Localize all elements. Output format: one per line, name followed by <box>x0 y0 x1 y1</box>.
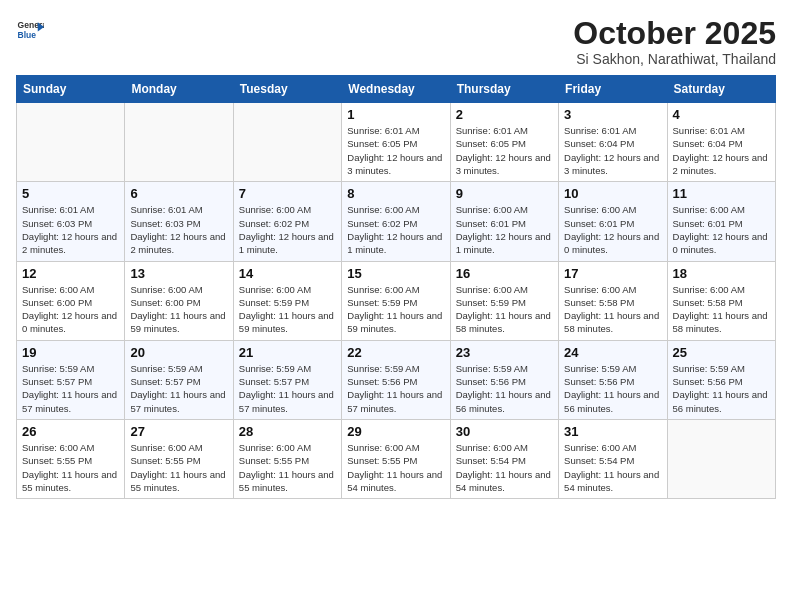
day-info: Sunrise: 6:00 AM Sunset: 5:58 PM Dayligh… <box>564 283 661 336</box>
day-number: 27 <box>130 424 227 439</box>
calendar-cell: 4Sunrise: 6:01 AM Sunset: 6:04 PM Daylig… <box>667 103 775 182</box>
day-info: Sunrise: 6:00 AM Sunset: 6:01 PM Dayligh… <box>564 203 661 256</box>
day-number: 20 <box>130 345 227 360</box>
day-info: Sunrise: 6:01 AM Sunset: 6:04 PM Dayligh… <box>673 124 770 177</box>
day-info: Sunrise: 5:59 AM Sunset: 5:57 PM Dayligh… <box>22 362 119 415</box>
calendar-cell <box>125 103 233 182</box>
calendar-cell: 30Sunrise: 6:00 AM Sunset: 5:54 PM Dayli… <box>450 419 558 498</box>
day-number: 11 <box>673 186 770 201</box>
calendar-cell: 23Sunrise: 5:59 AM Sunset: 5:56 PM Dayli… <box>450 340 558 419</box>
day-info: Sunrise: 5:59 AM Sunset: 5:56 PM Dayligh… <box>673 362 770 415</box>
day-number: 30 <box>456 424 553 439</box>
day-info: Sunrise: 6:00 AM Sunset: 5:54 PM Dayligh… <box>564 441 661 494</box>
day-number: 7 <box>239 186 336 201</box>
logo-icon: General Blue <box>16 16 44 44</box>
weekday-header-row: SundayMondayTuesdayWednesdayThursdayFrid… <box>17 76 776 103</box>
calendar-cell: 8Sunrise: 6:00 AM Sunset: 6:02 PM Daylig… <box>342 182 450 261</box>
calendar-cell: 3Sunrise: 6:01 AM Sunset: 6:04 PM Daylig… <box>559 103 667 182</box>
day-number: 4 <box>673 107 770 122</box>
page-header: General Blue October 2025 Si Sakhon, Nar… <box>16 16 776 67</box>
svg-text:Blue: Blue <box>18 30 37 40</box>
calendar-cell: 5Sunrise: 6:01 AM Sunset: 6:03 PM Daylig… <box>17 182 125 261</box>
month-title: October 2025 <box>573 16 776 51</box>
day-number: 13 <box>130 266 227 281</box>
calendar-cell: 14Sunrise: 6:00 AM Sunset: 5:59 PM Dayli… <box>233 261 341 340</box>
day-info: Sunrise: 6:00 AM Sunset: 5:55 PM Dayligh… <box>347 441 444 494</box>
day-info: Sunrise: 6:00 AM Sunset: 5:55 PM Dayligh… <box>239 441 336 494</box>
calendar-cell <box>233 103 341 182</box>
day-number: 28 <box>239 424 336 439</box>
day-info: Sunrise: 6:00 AM Sunset: 5:59 PM Dayligh… <box>456 283 553 336</box>
day-info: Sunrise: 6:01 AM Sunset: 6:05 PM Dayligh… <box>347 124 444 177</box>
day-number: 6 <box>130 186 227 201</box>
calendar-cell: 10Sunrise: 6:00 AM Sunset: 6:01 PM Dayli… <box>559 182 667 261</box>
day-info: Sunrise: 6:00 AM Sunset: 5:59 PM Dayligh… <box>239 283 336 336</box>
day-info: Sunrise: 6:01 AM Sunset: 6:04 PM Dayligh… <box>564 124 661 177</box>
calendar-cell: 21Sunrise: 5:59 AM Sunset: 5:57 PM Dayli… <box>233 340 341 419</box>
day-number: 3 <box>564 107 661 122</box>
day-info: Sunrise: 5:59 AM Sunset: 5:56 PM Dayligh… <box>347 362 444 415</box>
day-info: Sunrise: 5:59 AM Sunset: 5:57 PM Dayligh… <box>130 362 227 415</box>
calendar-cell: 9Sunrise: 6:00 AM Sunset: 6:01 PM Daylig… <box>450 182 558 261</box>
day-number: 22 <box>347 345 444 360</box>
calendar-week-row: 1Sunrise: 6:01 AM Sunset: 6:05 PM Daylig… <box>17 103 776 182</box>
calendar-cell: 17Sunrise: 6:00 AM Sunset: 5:58 PM Dayli… <box>559 261 667 340</box>
weekday-header-monday: Monday <box>125 76 233 103</box>
day-number: 24 <box>564 345 661 360</box>
logo: General Blue <box>16 16 44 44</box>
calendar-cell: 19Sunrise: 5:59 AM Sunset: 5:57 PM Dayli… <box>17 340 125 419</box>
day-info: Sunrise: 6:00 AM Sunset: 5:58 PM Dayligh… <box>673 283 770 336</box>
calendar-cell: 22Sunrise: 5:59 AM Sunset: 5:56 PM Dayli… <box>342 340 450 419</box>
day-number: 19 <box>22 345 119 360</box>
day-info: Sunrise: 6:00 AM Sunset: 6:01 PM Dayligh… <box>673 203 770 256</box>
weekday-header-friday: Friday <box>559 76 667 103</box>
day-info: Sunrise: 6:00 AM Sunset: 5:55 PM Dayligh… <box>22 441 119 494</box>
day-info: Sunrise: 5:59 AM Sunset: 5:56 PM Dayligh… <box>564 362 661 415</box>
day-number: 29 <box>347 424 444 439</box>
day-number: 1 <box>347 107 444 122</box>
location-title: Si Sakhon, Narathiwat, Thailand <box>573 51 776 67</box>
day-number: 23 <box>456 345 553 360</box>
day-info: Sunrise: 6:00 AM Sunset: 5:59 PM Dayligh… <box>347 283 444 336</box>
day-number: 26 <box>22 424 119 439</box>
day-number: 18 <box>673 266 770 281</box>
calendar-table: SundayMondayTuesdayWednesdayThursdayFrid… <box>16 75 776 499</box>
title-section: October 2025 Si Sakhon, Narathiwat, Thai… <box>573 16 776 67</box>
day-info: Sunrise: 6:00 AM Sunset: 6:01 PM Dayligh… <box>456 203 553 256</box>
calendar-cell: 31Sunrise: 6:00 AM Sunset: 5:54 PM Dayli… <box>559 419 667 498</box>
day-info: Sunrise: 6:01 AM Sunset: 6:05 PM Dayligh… <box>456 124 553 177</box>
weekday-header-saturday: Saturday <box>667 76 775 103</box>
day-number: 15 <box>347 266 444 281</box>
calendar-cell: 12Sunrise: 6:00 AM Sunset: 6:00 PM Dayli… <box>17 261 125 340</box>
weekday-header-thursday: Thursday <box>450 76 558 103</box>
day-info: Sunrise: 6:00 AM Sunset: 6:02 PM Dayligh… <box>239 203 336 256</box>
calendar-cell: 28Sunrise: 6:00 AM Sunset: 5:55 PM Dayli… <box>233 419 341 498</box>
calendar-cell: 2Sunrise: 6:01 AM Sunset: 6:05 PM Daylig… <box>450 103 558 182</box>
calendar-cell: 18Sunrise: 6:00 AM Sunset: 5:58 PM Dayli… <box>667 261 775 340</box>
calendar-cell <box>667 419 775 498</box>
calendar-week-row: 19Sunrise: 5:59 AM Sunset: 5:57 PM Dayli… <box>17 340 776 419</box>
calendar-cell: 24Sunrise: 5:59 AM Sunset: 5:56 PM Dayli… <box>559 340 667 419</box>
weekday-header-sunday: Sunday <box>17 76 125 103</box>
day-info: Sunrise: 6:01 AM Sunset: 6:03 PM Dayligh… <box>22 203 119 256</box>
day-number: 25 <box>673 345 770 360</box>
calendar-cell: 16Sunrise: 6:00 AM Sunset: 5:59 PM Dayli… <box>450 261 558 340</box>
day-number: 5 <box>22 186 119 201</box>
calendar-cell <box>17 103 125 182</box>
calendar-week-row: 5Sunrise: 6:01 AM Sunset: 6:03 PM Daylig… <box>17 182 776 261</box>
day-info: Sunrise: 6:00 AM Sunset: 6:00 PM Dayligh… <box>130 283 227 336</box>
day-number: 10 <box>564 186 661 201</box>
day-info: Sunrise: 5:59 AM Sunset: 5:56 PM Dayligh… <box>456 362 553 415</box>
day-number: 12 <box>22 266 119 281</box>
day-info: Sunrise: 6:00 AM Sunset: 6:00 PM Dayligh… <box>22 283 119 336</box>
day-number: 17 <box>564 266 661 281</box>
calendar-cell: 6Sunrise: 6:01 AM Sunset: 6:03 PM Daylig… <box>125 182 233 261</box>
calendar-week-row: 12Sunrise: 6:00 AM Sunset: 6:00 PM Dayli… <box>17 261 776 340</box>
day-number: 2 <box>456 107 553 122</box>
day-number: 16 <box>456 266 553 281</box>
calendar-cell: 7Sunrise: 6:00 AM Sunset: 6:02 PM Daylig… <box>233 182 341 261</box>
day-number: 8 <box>347 186 444 201</box>
calendar-cell: 1Sunrise: 6:01 AM Sunset: 6:05 PM Daylig… <box>342 103 450 182</box>
calendar-cell: 26Sunrise: 6:00 AM Sunset: 5:55 PM Dayli… <box>17 419 125 498</box>
calendar-week-row: 26Sunrise: 6:00 AM Sunset: 5:55 PM Dayli… <box>17 419 776 498</box>
